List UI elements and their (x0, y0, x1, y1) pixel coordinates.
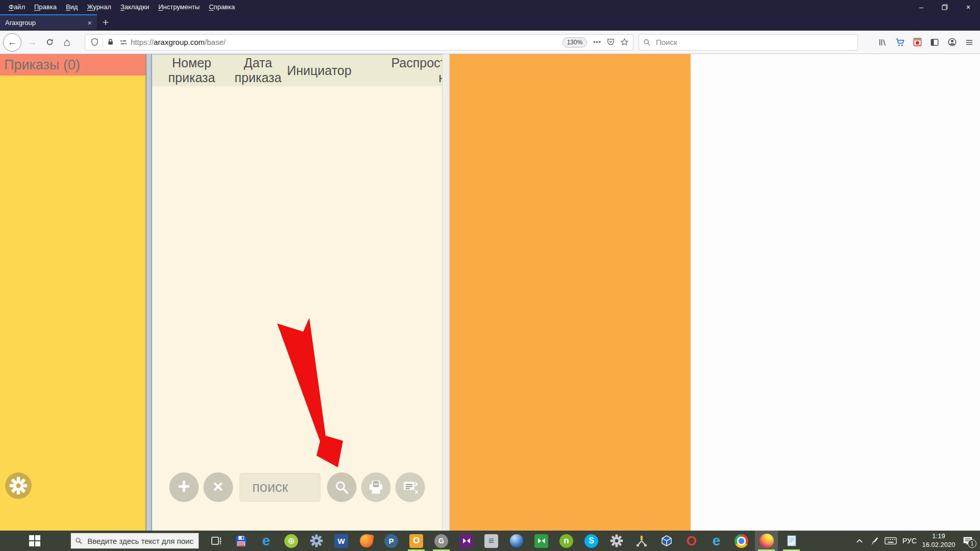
printer-word-icon: W (368, 479, 384, 495)
url-bar[interactable]: https://araxgroup.com/base/ 130% ••• (85, 34, 633, 51)
pocket-icon[interactable] (606, 38, 615, 46)
postgresql-icon[interactable]: P (380, 531, 403, 551)
android-studio-icon[interactable]: ⊕ (280, 531, 303, 551)
cart-extension-icon[interactable] (892, 35, 908, 50)
window-controls: – × (910, 0, 980, 14)
panel-splitter[interactable] (145, 54, 152, 531)
fox-app-icon[interactable] (355, 531, 378, 551)
gear-icon (9, 477, 28, 495)
table-action-bar: + × W x (169, 472, 425, 502)
back-button[interactable]: ← (3, 33, 21, 52)
sidebar-toggle-icon[interactable] (927, 35, 942, 50)
zoom-level-badge[interactable]: 130% (562, 37, 587, 47)
virtualbox-icon[interactable] (655, 531, 678, 551)
skype-icon[interactable]: S (580, 531, 603, 551)
hamburger-menu-icon[interactable] (962, 35, 977, 50)
back-icon: ← (8, 37, 17, 48)
notepad-icon[interactable] (780, 531, 803, 551)
taskbar-search-box[interactable] (70, 533, 199, 549)
navicat-icon[interactable]: n (555, 531, 578, 551)
floppy-save-icon[interactable] (230, 531, 253, 551)
settings-gear-icon[interactable] (605, 531, 628, 551)
outlook-icon[interactable]: O (405, 531, 428, 551)
adblock-extension-icon[interactable] (910, 35, 925, 50)
export-excel-icon: x (402, 479, 418, 495)
search-icon (75, 537, 82, 545)
forward-icon: → (28, 37, 37, 48)
right-orange-panel (450, 54, 691, 531)
touch-keyboard-icon[interactable] (882, 531, 899, 551)
search-icon (643, 38, 651, 46)
close-button[interactable]: × (957, 0, 980, 14)
home-button[interactable]: ⌂ (58, 34, 76, 51)
tracking-shield-icon[interactable] (90, 38, 99, 46)
dotnet-sphere-icon[interactable] (505, 531, 528, 551)
start-button[interactable] (22, 531, 47, 551)
column-header-1[interactable]: Номер приказа (152, 55, 231, 86)
add-order-button[interactable]: + (169, 472, 199, 502)
dev-tools-icon[interactable] (630, 531, 653, 551)
date: 16.02.2020 (922, 541, 955, 549)
menu-item-вид[interactable]: Вид (61, 0, 83, 14)
menu-item-закладки[interactable]: Закладки (116, 0, 154, 14)
toolbar-right-icons (873, 35, 977, 50)
column-header-3[interactable]: Инициатор (285, 55, 354, 86)
permissions-icon[interactable] (119, 38, 128, 46)
account-icon[interactable] (944, 35, 960, 50)
reload-button[interactable] (41, 34, 58, 51)
edge-browser-icon[interactable]: e (255, 531, 278, 551)
clear-button[interactable]: × (203, 472, 233, 502)
menu-item-справка[interactable]: Справка (204, 0, 239, 14)
forward-button[interactable]: → (23, 34, 41, 51)
sql-server-icon[interactable]: ≡ (480, 531, 503, 551)
column-header-4[interactable]: Распространяется на (354, 55, 442, 86)
vertical-scrollbar[interactable] (442, 54, 450, 531)
visual-studio-green-icon[interactable] (530, 531, 553, 551)
restore-button[interactable] (933, 0, 957, 14)
gimp-icon[interactable]: G (430, 531, 453, 551)
window-edge (691, 54, 980, 531)
word-icon[interactable]: W (330, 531, 353, 551)
menu-item-правка[interactable]: Правка (30, 0, 61, 14)
tab-close-icon[interactable]: × (87, 18, 92, 27)
orders-sidebar: Приказы (0) (0, 54, 145, 531)
print-word-button[interactable]: W (361, 472, 390, 502)
menu-item-файл[interactable]: Файл (4, 0, 30, 14)
menubar: ФайлПравкаВидЖурналЗакладкиИнструментыСп… (0, 0, 239, 14)
firefox-search-bar[interactable] (639, 34, 858, 51)
gear-app-icon[interactable] (305, 531, 328, 551)
tab-araxgroup[interactable]: Araxgroup × (0, 14, 97, 30)
search-input[interactable] (655, 37, 853, 47)
bookmark-star-icon[interactable] (620, 38, 629, 46)
lock-icon[interactable] (107, 38, 114, 46)
page-actions-icon[interactable]: ••• (593, 39, 601, 46)
internet-explorer-icon[interactable]: e (705, 531, 728, 551)
opera-icon[interactable]: O (680, 531, 703, 551)
new-tab-button[interactable]: + (97, 14, 114, 31)
search-button[interactable] (327, 472, 356, 502)
task-view-icon[interactable] (205, 531, 228, 551)
visual-studio-icon[interactable] (455, 531, 478, 551)
windows-logo-icon (29, 535, 40, 546)
settings-button[interactable] (5, 472, 32, 499)
orders-table-area: Номер приказаДата приказаИнициаторРаспро… (152, 54, 442, 531)
library-icon[interactable] (875, 35, 890, 50)
tray-chevron-icon[interactable] (852, 531, 867, 551)
firefox-icon[interactable] (755, 531, 778, 551)
windows-taskbar: e⊕WPOG≡nSOe РУС 1:19 16.02.2020 1 (0, 531, 980, 551)
column-header-2[interactable]: Дата приказа (231, 55, 285, 86)
minimize-button[interactable]: – (910, 0, 933, 14)
language-indicator[interactable]: РУС (899, 531, 920, 551)
menu-item-инструменты[interactable]: Инструменты (154, 0, 204, 14)
export-excel-button[interactable]: x (395, 472, 425, 502)
orders-search-input[interactable] (239, 473, 320, 502)
search-icon (334, 480, 349, 495)
taskbar-apps: e⊕WPOG≡nSOe (205, 531, 805, 551)
chrome-icon[interactable] (730, 531, 753, 551)
url-display[interactable]: https://araxgroup.com/base/ (131, 38, 226, 46)
windows-ink-pen-icon[interactable] (867, 531, 882, 551)
notification-center-icon[interactable]: 1 (958, 531, 978, 551)
clock[interactable]: 1:19 16.02.2020 (920, 531, 958, 551)
menu-item-журнал[interactable]: Журнал (82, 0, 115, 14)
taskbar-search-input[interactable] (86, 536, 194, 546)
